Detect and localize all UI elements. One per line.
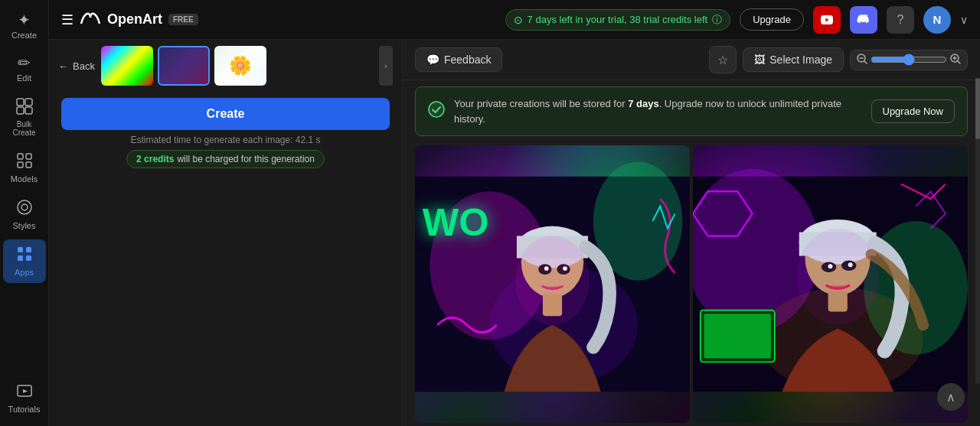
images-grid: WO <box>403 142 980 426</box>
info-banner-text: Your private creations will be stored fo… <box>454 96 862 126</box>
header: ☰ OpenArt FREE ⊙ 7 days left in your tri… <box>49 0 980 40</box>
chevron-up-icon: ∧ <box>946 390 956 405</box>
svg-rect-0 <box>17 99 24 106</box>
sidebar-item-apps[interactable]: Apps <box>3 239 46 283</box>
right-scrollbar[interactable] <box>975 78 980 384</box>
hamburger-menu[interactable]: ☰ <box>61 11 74 28</box>
svg-point-17 <box>429 102 444 117</box>
sidebar-item-styles[interactable]: Styles <box>3 193 46 236</box>
svg-rect-3 <box>25 107 32 114</box>
info-banner-days: 7 days <box>628 98 658 109</box>
sidebar-item-models[interactable]: Models <box>3 146 46 190</box>
feedback-label: Feedback <box>444 54 491 66</box>
back-row: ← Back 🌼 › <box>49 40 402 92</box>
generated-image-1[interactable]: WO <box>415 145 690 423</box>
svg-rect-12 <box>18 255 23 261</box>
svg-rect-7 <box>26 162 31 167</box>
sidebar-item-label: Apps <box>15 268 34 277</box>
bulk-create-icon <box>16 98 33 117</box>
youtube-button[interactable] <box>813 6 841 34</box>
main-area: ☰ OpenArt FREE ⊙ 7 days left in your tri… <box>49 0 980 426</box>
credits-number: 2 credits <box>136 154 174 164</box>
thumbnails-scroll-button[interactable]: › <box>379 46 393 86</box>
back-label: Back <box>73 60 95 72</box>
sidebar-item-label: Tutorials <box>8 405 41 414</box>
zoom-control <box>850 50 968 70</box>
back-button[interactable]: ← Back <box>58 60 95 72</box>
svg-rect-13 <box>26 255 31 261</box>
svg-point-8 <box>18 200 31 214</box>
credits-badge: 2 credits will be charged for this gener… <box>126 150 325 168</box>
scrollbar-thumb[interactable] <box>975 78 980 139</box>
back-arrow-icon: ← <box>58 60 68 72</box>
zoom-in-icon[interactable] <box>950 54 961 67</box>
info-banner: Your private creations will be stored fo… <box>415 86 968 136</box>
sidebar-item-label: Edit <box>17 73 31 83</box>
clock-icon: ⊙ <box>514 14 523 26</box>
toolbar: 💬 Feedback ☆ 🖼 Select Image <box>403 40 980 80</box>
apps-icon <box>16 246 33 265</box>
left-panel: ← Back 🌼 › Create <box>49 40 403 426</box>
info-text-part1: Your private creations will be stored fo… <box>454 98 628 109</box>
right-panel-wrapper: 💬 Feedback ☆ 🖼 Select Image <box>403 40 980 426</box>
scroll-to-top-button[interactable]: ∧ <box>937 383 965 411</box>
tutorials-icon <box>16 382 33 402</box>
free-badge: FREE <box>168 14 198 25</box>
svg-rect-4 <box>18 154 23 159</box>
create-icon: ✦ <box>18 12 31 28</box>
select-image-label: Select Image <box>769 54 832 66</box>
upgrade-now-button[interactable]: Upgrade Now <box>871 99 956 123</box>
sidebar-item-label: Bulk Create <box>6 120 43 137</box>
styles-icon <box>16 199 33 218</box>
trial-info-banner: ⊙ 7 days left in your trial, 38 trial cr… <box>505 9 731 31</box>
upgrade-button[interactable]: Upgrade <box>740 8 804 31</box>
logo-icon <box>80 10 101 30</box>
create-section: Create Estimated time to generate each i… <box>49 92 402 174</box>
favorite-button[interactable]: ☆ <box>709 46 737 73</box>
sidebar-item-label: Models <box>11 174 38 184</box>
zoom-slider[interactable] <box>871 54 947 66</box>
logo-area: ☰ OpenArt FREE <box>61 10 198 30</box>
svg-point-46 <box>797 229 879 325</box>
edit-icon: ✏ <box>18 55 31 70</box>
thumbnails-row: 🌼 <box>101 46 373 86</box>
sidebar-item-bulk-create[interactable]: Bulk Create <box>3 92 46 143</box>
zoom-out-icon[interactable] <box>857 54 867 67</box>
estimate-text: Estimated time to generate each image: 4… <box>61 135 390 145</box>
sidebar-item-tutorials[interactable]: Tutorials <box>3 376 46 420</box>
svg-rect-1 <box>25 99 32 106</box>
svg-rect-10 <box>18 247 23 252</box>
content-area: ← Back 🌼 › Create <box>49 40 980 426</box>
info-icon: ⓘ <box>712 13 722 27</box>
credits-suffix: will be charged for this generation <box>177 154 314 164</box>
image-icon: 🖼 <box>754 54 765 66</box>
avatar[interactable]: N <box>923 6 951 34</box>
svg-text:WO: WO <box>423 200 489 244</box>
select-image-button[interactable]: 🖼 Select Image <box>743 47 844 72</box>
thumbnail-2[interactable] <box>158 46 210 86</box>
chevron-down-icon[interactable]: ∨ <box>960 14 968 26</box>
svg-rect-37 <box>704 314 771 358</box>
svg-rect-6 <box>18 162 23 167</box>
discord-button[interactable] <box>850 6 877 34</box>
sidebar: ✦ Create ✏ Edit Bulk Create Models <box>0 0 49 426</box>
right-panel: 💬 Feedback ☆ 🖼 Select Image <box>403 40 980 426</box>
create-button[interactable]: Create <box>61 98 390 130</box>
feedback-button[interactable]: 💬 Feedback <box>415 47 502 72</box>
trial-text: 7 days left in your trial, 38 trial cred… <box>528 14 708 25</box>
sidebar-item-create[interactable]: ✦ Create <box>3 6 46 46</box>
thumbnail-3[interactable]: 🌼 <box>214 46 266 86</box>
thumbnail-1[interactable] <box>101 46 153 86</box>
sidebar-item-label: Create <box>11 31 37 40</box>
generated-image-2[interactable] <box>693 145 968 423</box>
svg-point-31 <box>515 236 590 324</box>
models-icon <box>16 152 33 171</box>
star-icon: ☆ <box>717 53 728 67</box>
svg-rect-11 <box>26 247 31 252</box>
sidebar-item-edit[interactable]: ✏ Edit <box>3 49 46 89</box>
svg-rect-5 <box>26 154 31 159</box>
svg-point-9 <box>21 204 28 210</box>
help-button[interactable]: ? <box>887 6 914 34</box>
logo-text: OpenArt <box>107 11 162 28</box>
svg-rect-2 <box>17 107 24 114</box>
